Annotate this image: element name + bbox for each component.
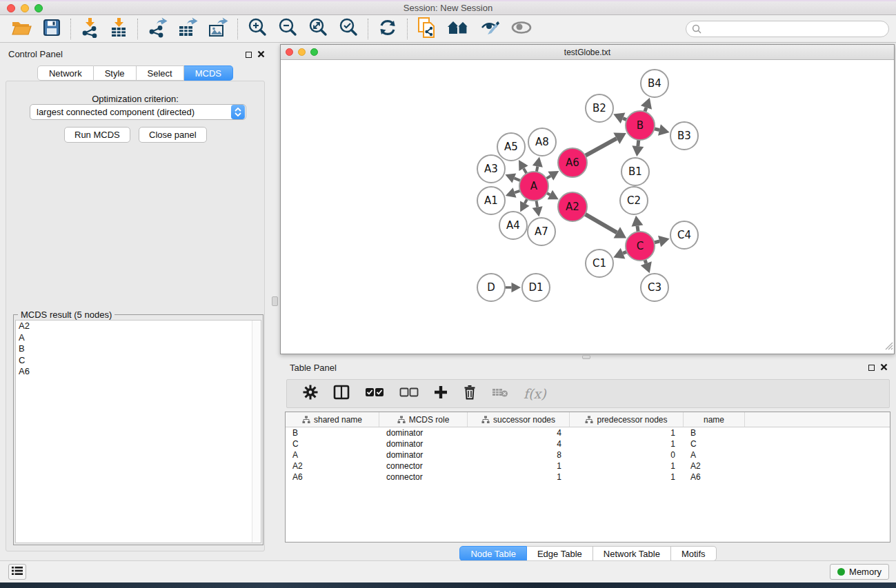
table-cell: 4 <box>468 438 570 449</box>
node-label-C: C <box>637 240 644 252</box>
table-row[interactable]: Cdominator41C <box>286 438 890 449</box>
clone-network-button[interactable] <box>412 17 442 41</box>
table-settings-button[interactable] <box>295 382 326 405</box>
panel-splitter-horizontal[interactable] <box>280 354 896 360</box>
table-row[interactable]: Bdominator41B <box>286 427 890 438</box>
zoom-out-button[interactable] <box>272 17 303 41</box>
column-header-predecessor-nodes[interactable]: predecessor nodes <box>570 412 684 427</box>
edge-A6-B[interactable] <box>584 139 617 156</box>
network-window-titlebar[interactable]: testGlobe.txt <box>281 45 894 60</box>
refresh-layout-icon <box>377 18 398 40</box>
apply-layout-button[interactable] <box>372 17 403 41</box>
save-session-button[interactable] <box>37 17 66 41</box>
table-body: Bdominator41BCdominator41CAdominator80AA… <box>286 427 890 483</box>
first-neighbors-button[interactable] <box>442 17 475 41</box>
workspace: Control Panel NetworkStyleSelectMCDS Opt… <box>0 43 896 560</box>
close-panel-icon[interactable] <box>257 48 265 61</box>
select-all-columns-button[interactable] <box>357 382 392 405</box>
zoom-in-icon <box>247 17 268 41</box>
delete-column-button[interactable] <box>455 382 484 405</box>
import-table-button[interactable] <box>104 17 133 41</box>
import-network-button[interactable] <box>75 17 104 41</box>
control-panel: Control Panel NetworkStyleSelectMCDS Opt… <box>0 43 270 560</box>
zoom-in-button[interactable] <box>242 17 272 41</box>
result-item[interactable]: A <box>16 332 261 344</box>
table-cell: 1 <box>468 460 570 472</box>
node-label-A: A <box>530 180 538 192</box>
create-column-button[interactable] <box>426 382 455 405</box>
function-builder-button[interactable]: f(x) <box>516 382 554 405</box>
zoom-fit-button[interactable] <box>303 17 333 41</box>
search-input[interactable] <box>686 21 889 37</box>
panel-splitter-vertical[interactable] <box>270 43 280 560</box>
export-image-button[interactable] <box>203 17 233 41</box>
mcds-result-title: MCDS result (5 nodes) <box>18 310 115 320</box>
result-item[interactable]: B <box>16 343 261 355</box>
table-row[interactable]: Adominator80A <box>286 449 890 460</box>
edge-arrowhead-icon <box>658 124 670 136</box>
plus-icon <box>434 385 448 402</box>
close-panel-button[interactable]: Close panel <box>139 127 207 143</box>
memory-status-icon <box>837 568 845 576</box>
splitter-grip-icon[interactable] <box>582 355 590 359</box>
column-header-successor-nodes[interactable]: successor nodes <box>468 412 570 427</box>
float-panel-icon[interactable] <box>868 365 875 371</box>
close-panel-icon[interactable] <box>880 361 888 374</box>
tab-style[interactable]: Style <box>94 65 137 81</box>
tab-network[interactable]: Network <box>37 65 94 81</box>
column-header-shared-name[interactable]: shared name <box>286 412 379 427</box>
node-label-A5: A5 <box>504 141 518 153</box>
run-mcds-button[interactable]: Run MCDS <box>64 127 130 143</box>
export-table-button[interactable] <box>172 17 203 41</box>
node-label-A4: A4 <box>506 219 520 232</box>
memory-button[interactable]: Memory <box>830 564 889 580</box>
delete-table-button[interactable] <box>484 382 516 405</box>
graphics-details-button[interactable] <box>506 17 537 41</box>
edge-A2-C[interactable] <box>584 214 617 233</box>
table-cell: A6 <box>286 472 379 483</box>
tab-motifs[interactable]: Motifs <box>671 546 717 561</box>
control-panel-header: Control Panel <box>0 47 270 61</box>
export-network-button[interactable] <box>142 17 172 41</box>
float-panel-icon[interactable] <box>246 52 252 58</box>
open-session-button[interactable] <box>6 17 37 41</box>
attribute-tree-icon <box>302 416 310 424</box>
criterion-dropdown[interactable]: largest connected component (directed) <box>30 104 246 120</box>
network-canvas[interactable]: AA1A2A3A4A5A6A7A8BB1B2B3B4CC1C2C3C4DD1 <box>281 60 894 354</box>
toolbar-separator <box>237 19 238 39</box>
tab-network-table[interactable]: Network Table <box>593 546 671 561</box>
tab-edge-table[interactable]: Edge Table <box>527 546 593 561</box>
export-image-icon <box>208 17 228 41</box>
result-scrollbar[interactable] <box>252 321 261 543</box>
column-header-name[interactable]: name <box>684 412 745 427</box>
column-header-MCDS-role[interactable]: MCDS role <box>379 412 468 427</box>
task-history-button[interactable] <box>8 564 26 580</box>
table-cell: 1 <box>570 460 684 472</box>
node-label-B2: B2 <box>593 102 606 114</box>
result-item[interactable]: C <box>16 355 261 367</box>
splitter-grip-icon[interactable] <box>272 296 278 306</box>
result-item[interactable]: A6 <box>16 366 261 378</box>
attribute-tree-icon <box>397 416 406 424</box>
result-item[interactable]: A2 <box>16 321 261 332</box>
table-cell: B <box>286 427 379 438</box>
table-cell: 1 <box>570 438 684 449</box>
network-view-window: testGlobe.txt AA1A2A3A4A5A6A7A8BB1B2B3B4… <box>280 44 895 354</box>
show-column-button[interactable] <box>326 382 357 405</box>
network-window-title: testGlobe.txt <box>281 48 894 57</box>
tab-select[interactable]: Select <box>137 65 184 81</box>
table-cell: connector <box>379 472 468 483</box>
zoom-selected-button[interactable] <box>333 17 364 41</box>
table-row[interactable]: A6connector11A6 <box>286 472 890 483</box>
annotation-mode-button[interactable] <box>475 17 506 41</box>
table-row[interactable]: A2connector11A2 <box>286 460 890 472</box>
search-field[interactable] <box>686 21 889 37</box>
unselect-all-columns-button[interactable] <box>392 382 426 405</box>
table-cell: A6 <box>684 472 745 483</box>
mcds-result-list[interactable]: A2ABCA6 <box>15 320 261 543</box>
tab-mcds[interactable]: MCDS <box>184 65 233 81</box>
fx-icon: f(x) <box>524 386 546 401</box>
window-resize-grip-icon[interactable] <box>884 341 893 353</box>
table-cell: dominator <box>379 438 468 449</box>
tab-node-table[interactable]: Node Table <box>459 546 527 561</box>
